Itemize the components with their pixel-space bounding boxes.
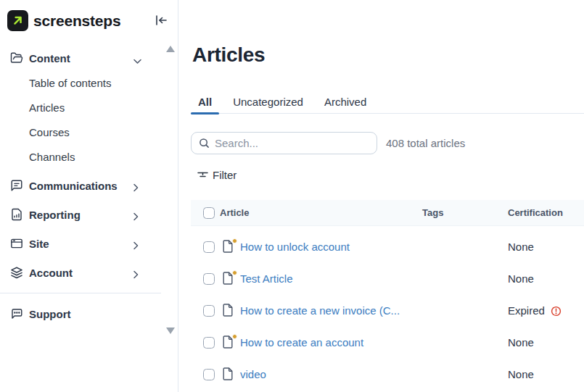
article-link[interactable]: Test Article	[240, 263, 293, 295]
table-body: How to unlock account None	[191, 226, 584, 391]
chevron-right-icon	[133, 182, 141, 190]
articles-table: Article Tags Certification How to unlock…	[191, 200, 584, 391]
column-header-article: Article	[220, 200, 249, 226]
chevron-right-icon	[133, 240, 141, 248]
sidebar-item-table-of-contents[interactable]: Table of contents	[0, 70, 164, 95]
sidebar-item-label: Courses	[29, 126, 70, 138]
certification-value: None	[508, 359, 534, 391]
certification-value: None	[508, 263, 534, 295]
article-link[interactable]: How to create an account	[240, 327, 363, 359]
table-row: video None	[191, 359, 584, 391]
sidebar-item-label: Communications	[29, 180, 118, 192]
scroll-up-arrow[interactable]	[166, 46, 175, 52]
sidebar-item-site[interactable]: Site	[0, 231, 164, 256]
row-checkbox[interactable]	[203, 337, 215, 349]
search-icon	[199, 138, 210, 149]
collapse-sidebar-button[interactable]	[154, 13, 168, 28]
sidebar-item-content[interactable]: Content	[0, 46, 164, 70]
sidebar-item-courses[interactable]: Courses	[0, 120, 164, 144]
table-row: Test Article None	[191, 263, 584, 295]
row-checkbox[interactable]	[203, 305, 215, 317]
sidebar-item-label: Articles	[29, 101, 65, 114]
search-input[interactable]	[215, 137, 369, 149]
sidebar-item-reporting[interactable]: Reporting	[0, 202, 164, 227]
sidebar-item-label: Support	[29, 308, 71, 320]
expired-warning-icon	[551, 306, 562, 317]
draft-dot-indicator	[232, 238, 237, 243]
row-checkbox[interactable]	[203, 241, 215, 253]
filter-label: Filter	[213, 169, 237, 181]
certification-value: None	[508, 327, 534, 359]
sidebar-item-label: Table of contents	[29, 77, 111, 89]
article-certification: None	[508, 327, 534, 359]
article-document-icon	[223, 367, 235, 382]
column-header-tags: Tags	[422, 200, 443, 226]
scroll-down-arrow[interactable]	[166, 328, 175, 334]
tab-bar: All Uncategorized Archived	[191, 90, 584, 114]
sidebar-item-label: Site	[29, 238, 49, 250]
browser-window-icon	[10, 237, 23, 250]
sidebar-item-articles[interactable]: Articles	[0, 95, 164, 120]
certification-value: Expired	[508, 295, 545, 327]
sidebar-item-communications[interactable]: Communications	[0, 173, 164, 198]
article-document-icon	[223, 272, 235, 286]
sidebar-divider	[0, 293, 161, 293]
chevron-right-icon	[133, 269, 141, 277]
toolbar: 408 total articles	[191, 132, 465, 154]
screensteps-logo-icon	[7, 10, 28, 31]
tab-all[interactable]: All	[191, 90, 219, 113]
table-row: How to create a new invoice (C... Expire…	[191, 295, 584, 327]
tab-uncategorized[interactable]: Uncategorized	[226, 90, 310, 113]
article-certification: None	[508, 263, 534, 295]
table-row: How to create an account None	[191, 327, 584, 359]
layers-icon	[10, 266, 23, 279]
table-header-row: Article Tags Certification	[191, 200, 584, 226]
filter-button[interactable]: Filter	[197, 167, 237, 182]
article-certification: Expired	[508, 295, 562, 327]
table-row: How to unlock account None	[191, 231, 584, 263]
draft-dot-indicator	[232, 334, 237, 339]
article-link[interactable]: How to unlock account	[240, 231, 350, 263]
main-content: Articles All Uncategorized Archived 408 …	[178, 0, 584, 392]
article-certification: None	[508, 231, 534, 263]
draft-dot-indicator	[232, 270, 237, 275]
sidebar-item-account[interactable]: Account	[0, 260, 164, 285]
filter-icon	[197, 170, 208, 180]
article-document-icon	[223, 240, 235, 254]
article-certification: None	[508, 359, 534, 391]
select-all-checkbox[interactable]	[203, 207, 215, 219]
tab-archived[interactable]: Archived	[317, 90, 374, 113]
row-checkbox[interactable]	[203, 273, 215, 285]
folder-open-icon	[10, 51, 23, 64]
report-chart-icon	[10, 208, 23, 221]
search-box[interactable]	[191, 132, 377, 154]
sidebar-item-label: Content	[29, 52, 70, 64]
total-articles-count: 408 total articles	[386, 137, 465, 149]
row-checkbox[interactable]	[203, 369, 215, 380]
article-document-icon	[223, 304, 235, 318]
article-link[interactable]: How to create a new invoice (C...	[240, 295, 400, 327]
chevron-down-icon	[133, 54, 141, 62]
sidebar-item-channels[interactable]: Channels	[0, 144, 164, 169]
page-title: Articles	[192, 43, 265, 67]
sidebar-item-label: Channels	[29, 151, 75, 163]
message-square-icon	[10, 179, 23, 192]
sidebar-item-support[interactable]: Support	[0, 301, 164, 326]
chat-bubble-icon	[10, 307, 23, 320]
article-link[interactable]: video	[240, 359, 266, 391]
brand-logo[interactable]: screensteps	[7, 10, 120, 31]
sidebar-item-label: Account	[29, 267, 73, 279]
sidebar-item-label: Reporting	[29, 209, 81, 221]
column-header-certification: Certification	[508, 200, 563, 226]
chevron-right-icon	[133, 211, 141, 219]
article-document-icon	[223, 335, 235, 350]
sidebar: screensteps Content Table of contents Ar…	[0, 0, 178, 392]
brand-wordmark: screensteps	[33, 12, 120, 30]
certification-value: None	[508, 231, 534, 263]
